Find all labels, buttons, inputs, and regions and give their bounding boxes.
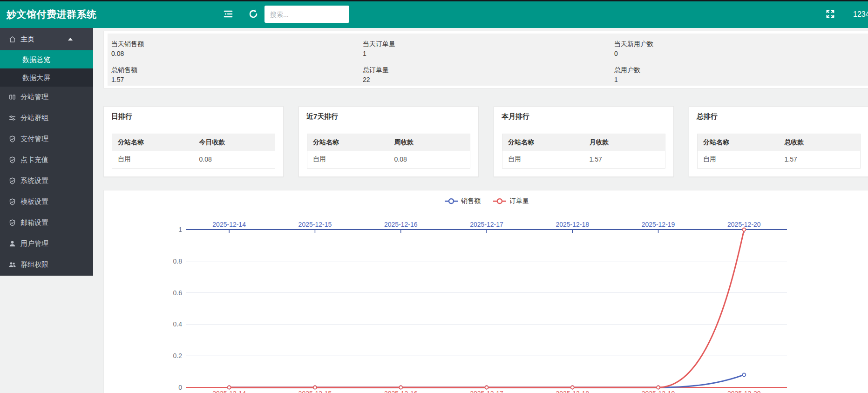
sidebar-item-7[interactable]: 邮箱设置 (0, 212, 93, 233)
sidebar-item-label: 分站群组 (20, 114, 48, 122)
x-axis-top-label: 2025-12-20 (727, 221, 761, 228)
ranking-card-0: 日排行分站名称今日收款自用0.08 (103, 106, 284, 177)
x-axis-top-label: 2025-12-17 (470, 221, 503, 228)
ranking-card-2: 本月排行分站名称月收款自用1.57 (494, 106, 674, 177)
shield-check-icon (8, 198, 16, 206)
sidebar-submenu: 数据总览数据大屏 (0, 50, 93, 87)
stat-item: 总订单量22 (363, 65, 614, 85)
fullscreen-icon[interactable] (825, 9, 835, 19)
shield-check-icon (8, 156, 16, 164)
legend-item-1[interactable]: 订单量 (493, 197, 529, 205)
sidebar-item-label: 主页 (20, 35, 34, 44)
ranking-col-header: 分站名称 (502, 134, 584, 151)
ranking-card-body: 分站名称月收款自用1.57 (494, 126, 673, 176)
orders-series-marker (485, 386, 488, 389)
sidebar-item-8[interactable]: 用户管理 (0, 233, 93, 254)
shield-check-icon (8, 135, 16, 143)
sidebar-item-label: 分站管理 (20, 93, 48, 102)
x-axis-top-label: 2025-12-18 (556, 221, 589, 228)
stat-item: 当天销售额0.08 (111, 39, 363, 59)
chevron-up-icon (68, 38, 73, 41)
ranking-card-3: 总排行分站名称总收款自用1.57 (689, 106, 868, 177)
table-cell: 自用 (698, 151, 779, 169)
sidebar-item-9[interactable]: 群组权限 (0, 254, 93, 275)
orders-series-marker (313, 386, 317, 389)
table-row: 自用1.57 (698, 151, 861, 169)
sidebar-item-home[interactable]: 主页 (0, 28, 93, 50)
sidebar-item-6[interactable]: 模板设置 (0, 191, 93, 212)
sliders-icon (8, 114, 16, 122)
x-axis-bottom-label: 2025-12-15 (298, 390, 332, 393)
ranking-col-header: 月收款 (584, 134, 665, 151)
y-tick-label: 0.8 (173, 257, 183, 265)
legend-label: 订单量 (509, 197, 529, 205)
stat-value: 1.57 (111, 75, 363, 85)
stat-item: 当天订单量1 (363, 39, 614, 59)
shield-check-icon (8, 177, 16, 185)
sidebar-item-label: 用户管理 (20, 239, 48, 248)
ranking-card-title: 总排行 (689, 107, 868, 126)
stats-panel: 当天销售额0.08总销售额1.57当天订单量1总订单量22当天新用户数0总用户数… (103, 31, 868, 88)
sidebar-item-label: 邮箱设置 (20, 218, 48, 227)
table-cell: 自用 (112, 151, 194, 169)
table-cell: 1.57 (779, 151, 861, 169)
stats-column-2: 当天新用户数0总用户数1 (614, 39, 868, 91)
ranking-col-header: 分站名称 (698, 134, 779, 151)
ranking-card-title: 日排行 (104, 107, 283, 126)
user-icon (8, 240, 16, 248)
sales-series-marker (742, 373, 746, 376)
ranking-col-header: 今日收款 (194, 134, 275, 151)
sidebar-subitem-0[interactable]: 数据总览 (0, 50, 93, 68)
ranking-table-header-row: 分站名称周收款 (307, 134, 470, 151)
ranking-table-header-row: 分站名称总收款 (698, 134, 861, 151)
sidebar-item-3[interactable]: 支付管理 (0, 129, 93, 149)
app-header: 妙文馆付费进群系统 12345 (0, 0, 868, 28)
chart-legend: 销售额订单量 (186, 197, 787, 205)
sidebar-item-label: 群组权限 (20, 260, 48, 269)
stat-value: 1 (614, 75, 868, 85)
x-axis-top-label: 2025-12-19 (642, 221, 675, 228)
sidebar-item-1[interactable]: 分站管理 (0, 87, 93, 108)
stat-item: 当天新用户数0 (614, 39, 868, 59)
orders-series-line (229, 230, 744, 387)
refresh-icon[interactable] (248, 8, 259, 20)
stat-label: 当天销售额 (111, 39, 363, 49)
x-axis-top-label: 2025-12-14 (212, 221, 246, 228)
stat-label: 当天订单量 (363, 39, 614, 49)
ranking-col-header: 分站名称 (112, 134, 194, 151)
sidebar-item-label: 模板设置 (20, 197, 48, 206)
stats-grid: 当天销售额0.08总销售额1.57当天订单量1总订单量22当天新用户数0总用户数… (108, 34, 868, 86)
legend-marker-icon (493, 198, 507, 204)
sidebar-nav: 主页数据总览数据大屏分站管理分站群组支付管理点卡充值系统设置模板设置邮箱设置用户… (0, 28, 93, 276)
orders-series-marker (228, 386, 231, 389)
legend-marker-icon (444, 198, 458, 204)
sidebar-item-2[interactable]: 分站群组 (0, 108, 93, 129)
x-axis-top-label: 2025-12-16 (384, 221, 418, 228)
sidebar-item-5[interactable]: 系统设置 (0, 170, 93, 191)
ranking-table-header-row: 分站名称今日收款 (112, 134, 275, 151)
ranking-card-body: 分站名称周收款自用0.08 (299, 126, 478, 176)
legend-item-0[interactable]: 销售额 (444, 197, 481, 205)
chart-panel: 销售额订单量 00.20.40.60.812025-12-142025-12-1… (103, 190, 868, 393)
table-cell: 1.57 (584, 151, 665, 169)
sidebar-subitem-1[interactable]: 数据大屏 (0, 68, 93, 87)
ranking-table: 分站名称月收款自用1.57 (502, 134, 665, 169)
stat-label: 当天新用户数 (614, 39, 868, 49)
orders-series-marker (657, 386, 660, 389)
y-tick-label: 1 (178, 226, 182, 233)
sidebar-item-4[interactable]: 点卡充值 (0, 149, 93, 170)
columns-icon (8, 93, 16, 101)
y-tick-label: 0.4 (173, 320, 183, 328)
header-username[interactable]: 12345 (853, 0, 868, 28)
stat-value: 0 (614, 49, 868, 59)
table-cell: 自用 (502, 151, 584, 169)
search-input[interactable] (264, 6, 349, 23)
ranking-col-header: 分站名称 (307, 134, 389, 151)
window-top-edge (0, 0, 868, 1)
sidebar-item-label: 点卡充值 (20, 156, 48, 164)
collapse-menu-icon[interactable] (223, 8, 234, 20)
orders-series-marker (742, 228, 746, 231)
x-axis-bottom-label: 2025-12-20 (727, 390, 761, 393)
stat-label: 总用户数 (614, 65, 868, 75)
users-icon (8, 261, 16, 269)
